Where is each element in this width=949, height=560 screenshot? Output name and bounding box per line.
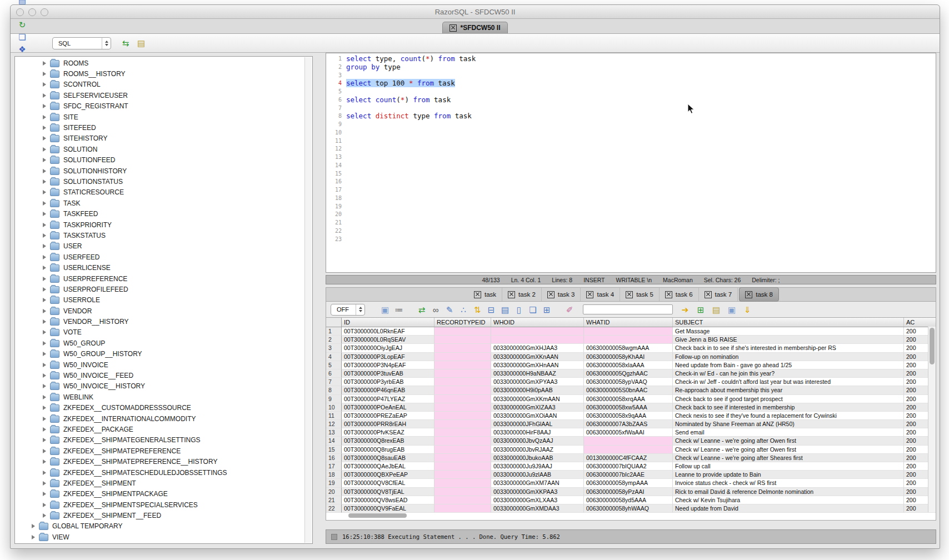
table-row[interactable]: 21 00T3000000QV8wsEAD 0033000000GmXLXAA3… xyxy=(326,496,936,504)
cell-whoid[interactable]: 0033000000GmXLXAA3 xyxy=(491,496,584,504)
cell-whoid[interactable] xyxy=(491,327,584,336)
script-results-icon[interactable]: ▤ xyxy=(710,303,722,316)
disclosure-triangle-icon[interactable] xyxy=(43,277,46,281)
results-list-icon[interactable]: ▤ xyxy=(135,37,147,49)
cell-subject[interactable]: Check-in w/ Ed - can he join this year? xyxy=(673,369,904,378)
disclosure-triangle-icon[interactable] xyxy=(43,513,46,518)
tree-item[interactable]: USERLICENSE xyxy=(15,262,304,273)
disclosure-triangle-icon[interactable] xyxy=(43,449,46,453)
cell-whoid[interactable]: 0033000000GmXM7AAN xyxy=(491,479,584,487)
close-results-tab-icon[interactable] xyxy=(745,291,752,298)
cell-recordtypeid[interactable] xyxy=(434,479,491,487)
cell-recordtypeid[interactable] xyxy=(434,344,491,352)
column-header-whoid[interactable]: WHOID xyxy=(491,318,584,327)
tree-item[interactable]: W50_INVOICE__HISTORY xyxy=(15,381,304,392)
cell-whatid[interactable]: 006300000058wgmAAA xyxy=(584,344,673,352)
cell-id[interactable]: 00T3000000L0RknEAF xyxy=(342,327,434,336)
table-row[interactable]: 12 00T3000000PRR8rEAH 0033000000JFhGlAAL… xyxy=(326,420,936,428)
tree-item[interactable]: W50_GROUP__HISTORY xyxy=(15,349,304,359)
cell-whatid[interactable]: 006300000058xw5AAA xyxy=(584,403,673,412)
disclosure-triangle-icon[interactable] xyxy=(43,266,46,270)
tree-item[interactable]: VOTE xyxy=(15,327,304,338)
tree-item[interactable]: WEBLINK xyxy=(15,392,304,402)
cell-whoid[interactable]: 0033000000JFhGlAAL xyxy=(491,420,584,428)
cell-whatid[interactable]: 00630000007bIc2AAE xyxy=(584,471,673,479)
table-row[interactable]: 17 00T3000000QAeJbEAL 0033000000Ju9J9AAJ… xyxy=(326,462,936,471)
cell-whatid[interactable]: 006300000058yPzAAI xyxy=(584,488,673,496)
close-results-tab-icon[interactable] xyxy=(547,291,555,298)
tree-item[interactable]: SOLUTIONSTATUS xyxy=(15,176,304,187)
disclosure-triangle-icon[interactable] xyxy=(43,438,46,442)
disclosure-triangle-icon[interactable] xyxy=(43,384,46,388)
disclosure-triangle-icon[interactable] xyxy=(43,212,46,216)
copy-with-headers-icon[interactable]: ⊞ xyxy=(541,303,553,316)
cell-whatid[interactable]: 006300000058x9qAAA xyxy=(584,412,673,420)
cell-recordtypeid[interactable] xyxy=(434,462,491,471)
database-browser-panel[interactable]: ROOMS ROOMS__HISTORY SCONTROL xyxy=(14,56,313,544)
cell-id[interactable]: 00T3000000PREZaEAP xyxy=(342,412,434,420)
cell-id[interactable]: 00T3000000P47LYEAZ xyxy=(342,395,434,403)
cell-subject[interactable]: Invoice status check - check w/ RS first xyxy=(673,479,904,487)
cell-subject[interactable]: Check back in to see if she's interested… xyxy=(673,344,904,352)
cell-recordtypeid[interactable] xyxy=(434,488,491,496)
export-table-icon[interactable]: ⊟ xyxy=(485,303,497,316)
table-row[interactable]: 6 00T3000000P3tuvEAB 0033000000H9aNBAAZ … xyxy=(326,369,936,378)
tree-item[interactable]: USERPREFERENCE xyxy=(15,273,304,284)
cell-id[interactable]: 00T3000000PRR8rEAH xyxy=(342,420,434,428)
disclosure-triangle-icon[interactable] xyxy=(43,93,46,98)
cell-subject[interactable]: Nominated by Shane Freeman at ANZ (HR50) xyxy=(673,420,904,428)
sort-rows-icon[interactable]: ⇅ xyxy=(471,303,483,316)
cell-whoid[interactable]: 0033000000JbvRJAAZ xyxy=(491,446,584,454)
tree-item[interactable]: ROOMS__HISTORY xyxy=(15,68,304,79)
column-header-id[interactable]: ID xyxy=(342,318,434,327)
generate-sql-icon[interactable]: ⊞ xyxy=(695,303,707,316)
copy-results-icon[interactable]: ❏ xyxy=(527,303,539,316)
cell-recordtypeid[interactable] xyxy=(434,378,491,386)
disclosure-triangle-icon[interactable] xyxy=(43,395,46,399)
disclosure-triangle-icon[interactable] xyxy=(32,535,35,539)
cell-recordtypeid[interactable] xyxy=(434,420,491,428)
tree-item[interactable]: ZKFEDEX__PACKAGE xyxy=(15,424,304,434)
cell-whoid[interactable]: 0033000000GmXKmAAN xyxy=(491,395,584,403)
cell-whatid[interactable]: 006300000058yKhAAI xyxy=(584,353,673,361)
tree-item[interactable]: STATICRESOURCE xyxy=(15,187,304,198)
cell-id[interactable]: 00T3000000POeAnEAL xyxy=(342,403,434,412)
tree-item[interactable]: SITEHISTORY xyxy=(15,133,304,144)
results-tab[interactable]: task 7 xyxy=(699,288,738,301)
cell-recordtypeid[interactable] xyxy=(434,471,491,479)
tree-item[interactable]: W50_GROUP xyxy=(15,338,304,348)
tree-item[interactable]: SOLUTIONFEED xyxy=(15,155,304,166)
cell-whoid[interactable] xyxy=(491,336,584,344)
disclosure-triangle-icon[interactable] xyxy=(43,104,46,108)
cell-whatid[interactable]: 00630000007bIQUAA2 xyxy=(584,462,673,471)
refresh-results-icon[interactable]: ⇄ xyxy=(416,303,428,316)
disclosure-triangle-icon[interactable] xyxy=(43,147,46,152)
table-row[interactable]: 16 00T3000000Q8sauEAB 0033000000JbukoAAB… xyxy=(326,454,936,462)
cell-id[interactable]: 00T3000000QBXPeEAP xyxy=(342,471,434,479)
cell-subject[interactable]: Get Massage xyxy=(673,327,904,336)
disclosure-triangle-icon[interactable] xyxy=(43,233,46,238)
disclosure-triangle-icon[interactable] xyxy=(43,459,46,464)
cell-whoid[interactable]: 0033000000H9aNBAAZ xyxy=(491,369,584,378)
tree-item[interactable]: VENDOR xyxy=(15,306,304,316)
cell-id[interactable]: 00T3000000L0RqSEAV xyxy=(342,336,434,344)
disclosure-triangle-icon[interactable] xyxy=(43,341,46,346)
tree-item[interactable]: SITEFEED xyxy=(15,122,304,133)
disclosure-triangle-icon[interactable] xyxy=(43,179,46,184)
cell-recordtypeid[interactable] xyxy=(434,403,491,412)
highlight-pen-icon[interactable]: ✐ xyxy=(563,303,576,316)
cell-subject[interactable]: Follow-up on nomination xyxy=(673,353,904,361)
document-tab[interactable]: *SFDCW50 II xyxy=(442,22,507,33)
table-row[interactable]: 19 00T3000000QV8CfEAL 0033000000GmXM7AAN… xyxy=(326,479,936,487)
cell-whatid[interactable]: 006300000058yd5AAA xyxy=(584,496,673,504)
cell-whatid[interactable]: 00630000007A3bZAAS xyxy=(584,420,673,428)
statement-type-select[interactable]: SQL xyxy=(52,37,111,49)
tree-item[interactable]: TASKSTATUS xyxy=(15,230,304,241)
cell-recordtypeid[interactable] xyxy=(434,361,491,369)
disclosure-triangle-icon[interactable] xyxy=(43,330,46,334)
tree-item[interactable]: ZKFEDEX__SHIPMATEPREFERENCE xyxy=(15,446,304,456)
cell-recordtypeid[interactable] xyxy=(434,395,491,403)
tree-item[interactable]: SFDC_REGISTRANT xyxy=(15,101,304,112)
cell-recordtypeid[interactable] xyxy=(434,336,491,344)
tree-item[interactable]: USER xyxy=(15,241,304,252)
